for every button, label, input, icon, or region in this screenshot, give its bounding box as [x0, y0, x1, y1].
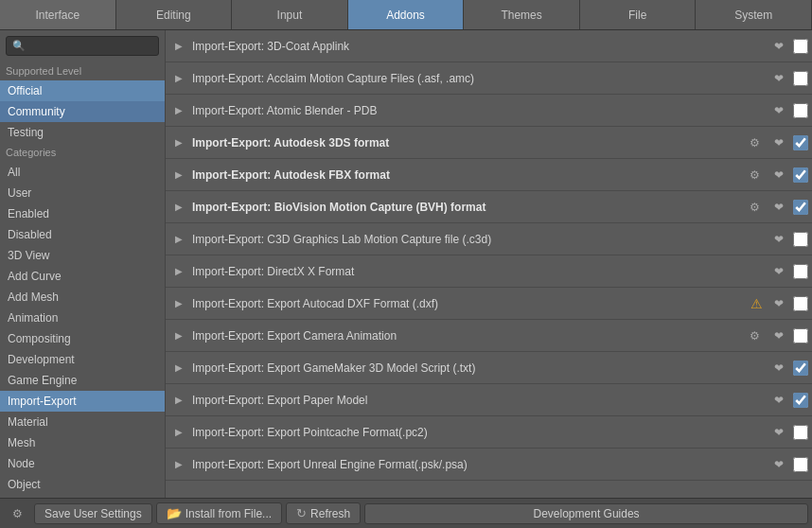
expand-btn[interactable]: ▶ [169, 423, 188, 442]
addon-icons: ❤ [768, 390, 808, 411]
addon-checkbox[interactable] [793, 167, 808, 183]
addon-checkbox[interactable] [793, 425, 808, 440]
addon-checkbox[interactable] [793, 393, 808, 408]
sidebar-item-community[interactable]: Community [0, 101, 165, 122]
expand-btn[interactable]: ▶ [169, 326, 188, 345]
addon-checkbox[interactable] [793, 71, 808, 86]
addon-info-icon[interactable]: ❤ [768, 261, 789, 282]
search-box[interactable]: 🔍 [6, 36, 159, 56]
addon-checkbox[interactable] [793, 457, 808, 472]
sidebar-item-gameengine[interactable]: Game Engine [0, 370, 165, 391]
addon-icons: ❤ [768, 422, 808, 443]
addon-row: ▶ Import-Export: Export Pointcache Forma… [166, 416, 812, 449]
sidebar: 🔍 Supported Level Official Community Tes… [0, 30, 166, 498]
addon-checkbox[interactable] [793, 232, 808, 247]
sidebar-item-compositing[interactable]: Compositing [0, 328, 165, 349]
addon-checkbox[interactable] [793, 361, 808, 376]
refresh-button[interactable]: ↻ Refresh [286, 502, 361, 524]
sidebar-item-enabled[interactable]: Enabled [0, 203, 165, 224]
install-icon: 📂 [167, 506, 182, 520]
sidebar-item-addcurve[interactable]: Add Curve [0, 266, 165, 287]
addon-checkbox[interactable] [793, 328, 808, 343]
addon-name: Import-Export: Acclaim Motion Capture Fi… [192, 72, 768, 85]
addon-info-icon[interactable]: ❤ [768, 68, 789, 89]
addon-icons: ❤ [768, 36, 808, 57]
tab-input[interactable]: Input [232, 0, 348, 29]
sidebar-item-paint[interactable]: Paint [0, 495, 165, 498]
addon-prefs-icon[interactable]: ⚙ [744, 132, 765, 153]
addon-row: ▶ Import-Export: C3D Graphics Lab Motion… [166, 223, 812, 255]
expand-btn[interactable]: ▶ [169, 230, 188, 249]
sidebar-item-official[interactable]: Official [0, 80, 165, 101]
addon-info-icon[interactable]: ❤ [768, 36, 789, 57]
tab-themes[interactable]: Themes [464, 0, 580, 29]
addon-info-icon[interactable]: ❤ [768, 229, 789, 250]
tab-addons[interactable]: Addons [348, 0, 465, 29]
addon-icons: ⚙ ❤ [744, 132, 808, 153]
addon-checkbox[interactable] [793, 200, 808, 215]
expand-btn[interactable]: ▶ [169, 133, 188, 152]
expand-btn[interactable]: ▶ [169, 101, 188, 120]
search-input[interactable] [29, 41, 152, 52]
expand-btn[interactable]: ▶ [169, 69, 188, 88]
refresh-icon: ↻ [296, 506, 307, 520]
addon-info-icon[interactable]: ❤ [768, 165, 789, 185]
addon-row: ▶ Import-Export: Export Paper Model ❤ [166, 384, 812, 416]
sidebar-item-testing[interactable]: Testing [0, 122, 165, 143]
corner-icon[interactable]: ⚙ [4, 501, 30, 527]
save-user-settings-button[interactable]: Save User Settings [34, 503, 152, 524]
expand-btn[interactable]: ▶ [169, 359, 188, 378]
tab-system[interactable]: System [696, 0, 812, 29]
addon-info-icon[interactable]: ❤ [768, 358, 789, 378]
sidebar-item-node[interactable]: Node [0, 453, 165, 474]
sidebar-item-3dview[interactable]: 3D View [0, 245, 165, 266]
addon-checkbox[interactable] [793, 264, 808, 279]
addon-info-icon[interactable]: ❤ [768, 326, 789, 346]
addon-info-icon[interactable]: ❤ [768, 132, 789, 153]
sidebar-item-object[interactable]: Object [0, 474, 165, 495]
tab-editing[interactable]: Editing [116, 0, 233, 29]
sidebar-item-importexport[interactable]: Import-Export [0, 391, 165, 412]
expand-btn[interactable]: ▶ [169, 262, 188, 281]
addon-info-icon[interactable]: ❤ [768, 100, 789, 121]
addon-name: Import-Export: DirectX X Format [192, 265, 768, 278]
addon-info-icon[interactable]: ❤ [768, 454, 789, 475]
addon-checkbox[interactable] [793, 135, 808, 150]
addon-prefs-icon[interactable]: ⚙ [744, 165, 765, 185]
sidebar-item-addmesh[interactable]: Add Mesh [0, 287, 165, 308]
addon-name: Import-Export: Autodesk FBX format [192, 168, 744, 182]
sidebar-item-all[interactable]: All [0, 162, 165, 183]
install-from-file-button[interactable]: 📂 Install from File... [156, 502, 282, 524]
sidebar-item-animation[interactable]: Animation [0, 308, 165, 328]
tab-file[interactable]: File [580, 0, 697, 29]
expand-btn[interactable]: ▶ [169, 294, 188, 313]
addon-row: ▶ Import-Export: Export Unreal Engine Fo… [166, 449, 812, 481]
addon-checkbox[interactable] [793, 39, 808, 54]
expand-btn[interactable]: ▶ [169, 198, 188, 217]
tab-interface[interactable]: Interface [0, 0, 116, 29]
addon-name: Import-Export: C3D Graphics Lab Motion C… [192, 233, 768, 246]
addon-prefs-icon[interactable]: ⚙ [744, 326, 765, 346]
addon-info-icon[interactable]: ❤ [768, 422, 789, 443]
search-icon: 🔍 [12, 40, 26, 52]
sidebar-item-mesh[interactable]: Mesh [0, 432, 165, 453]
expand-btn[interactable]: ▶ [169, 166, 188, 185]
sidebar-item-disabled[interactable]: Disabled [0, 224, 165, 245]
addon-checkbox[interactable] [793, 296, 808, 311]
addon-icons: ❤ [768, 358, 808, 378]
sidebar-item-user[interactable]: User [0, 183, 165, 203]
addon-info-icon[interactable]: ❤ [768, 197, 789, 218]
addon-checkbox[interactable] [793, 103, 808, 118]
addon-prefs-icon[interactable]: ⚙ [744, 197, 765, 218]
addon-row: ▶ Import-Export: Acclaim Motion Capture … [166, 62, 812, 95]
sidebar-item-material[interactable]: Material [0, 412, 165, 432]
addon-row: ▶ Import-Export: DirectX X Format ❤ [166, 255, 812, 288]
expand-btn[interactable]: ▶ [169, 455, 188, 474]
sidebar-item-development[interactable]: Development [0, 349, 165, 370]
expand-btn[interactable]: ▶ [169, 37, 188, 56]
addon-info-icon[interactable]: ❤ [768, 390, 789, 411]
addon-info-icon[interactable]: ❤ [768, 293, 789, 314]
expand-btn[interactable]: ▶ [169, 391, 188, 410]
addon-icons: ❤ [768, 229, 808, 250]
dev-guides-button[interactable]: Development Guides [364, 503, 808, 524]
